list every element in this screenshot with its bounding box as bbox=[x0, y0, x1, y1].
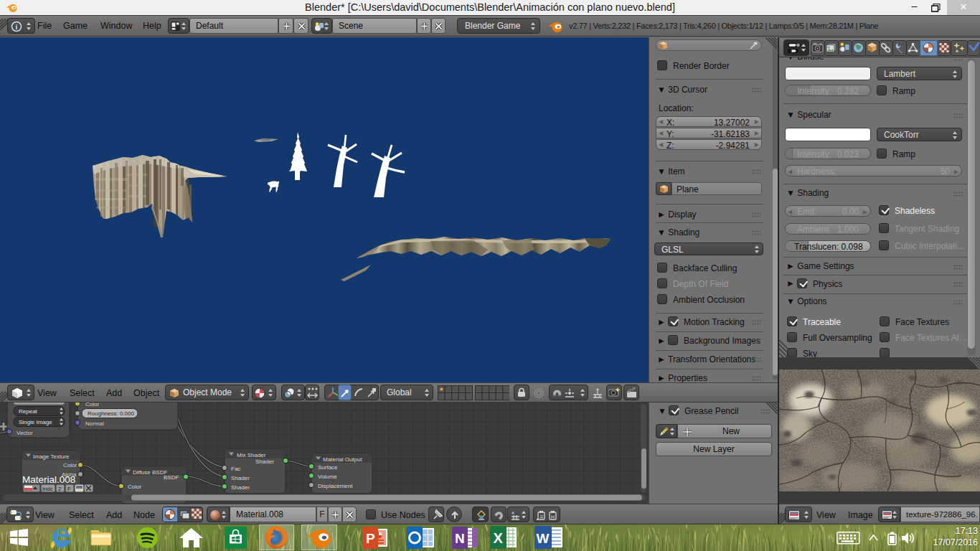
svg-text:Vector: Vector bbox=[17, 430, 33, 436]
svg-text:W: W bbox=[537, 531, 550, 546]
svg-text:Shader: Shader bbox=[255, 458, 274, 465]
svg-text:F: F bbox=[67, 486, 71, 492]
svg-text:Image Texture: Image Texture bbox=[33, 453, 70, 460]
svg-text:X: X bbox=[494, 530, 504, 546]
svg-text:Normal: Normal bbox=[85, 420, 104, 427]
svg-text:i: i bbox=[16, 23, 18, 31]
svg-text:Color: Color bbox=[128, 484, 141, 490]
svg-text:Surface: Surface bbox=[318, 464, 338, 471]
svg-text:2: 2 bbox=[58, 486, 62, 492]
svg-text:Diffuse BSDF: Diffuse BSDF bbox=[133, 469, 167, 476]
svg-text:Single Image: Single Image bbox=[19, 419, 52, 425]
svg-text:P: P bbox=[366, 531, 375, 546]
svg-text:Shader: Shader bbox=[231, 475, 250, 481]
svg-text:Color: Color bbox=[63, 462, 77, 468]
svg-text:indc: indc bbox=[42, 486, 53, 492]
svg-text:Fac: Fac bbox=[231, 466, 240, 472]
svg-text:Roughness: 0.000: Roughness: 0.000 bbox=[88, 410, 134, 417]
svg-text:Shader: Shader bbox=[231, 484, 250, 491]
svg-text:Volume: Volume bbox=[318, 474, 337, 480]
svg-text:Material Output: Material Output bbox=[323, 456, 362, 463]
svg-text:Repeat: Repeat bbox=[19, 408, 38, 415]
svg-text:BSDF: BSDF bbox=[164, 474, 179, 481]
svg-text:Color: Color bbox=[85, 402, 99, 408]
svg-text:N: N bbox=[455, 531, 465, 546]
svg-text:Material.008: Material.008 bbox=[22, 474, 75, 485]
svg-text:Displacement: Displacement bbox=[318, 483, 353, 489]
